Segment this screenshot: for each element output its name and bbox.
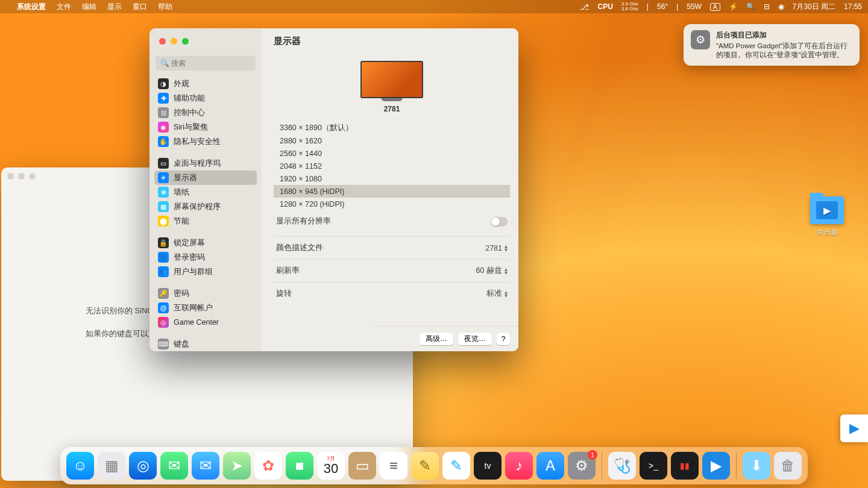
dock-appstore[interactable]: A: [536, 452, 564, 480]
cpu-freq: 3.9 Ghz 3.6 Ghz: [621, 2, 638, 11]
resolution-option[interactable]: 1920 × 1080: [274, 172, 510, 185]
advanced-button[interactable]: 高级…: [420, 333, 453, 345]
dock-separator: [602, 452, 602, 479]
resolution-list: 3360 × 1890（默认）2880 × 16202560 × 1440204…: [274, 122, 510, 210]
sidebar-item[interactable]: ▦ 屏幕保护程序: [154, 199, 257, 214]
control-center-icon[interactable]: ⊟: [764, 2, 770, 11]
rotation-select[interactable]: 标准 ▴▾: [486, 289, 508, 299]
rotation-label: 旋转: [276, 289, 292, 299]
close-icon[interactable]: [7, 173, 14, 180]
dock-calendar[interactable]: 7月30: [317, 452, 345, 480]
dock-launchpad[interactable]: ▦: [98, 452, 125, 480]
sidebar-item-icon: ◉: [158, 122, 169, 133]
close-icon[interactable]: [159, 38, 166, 45]
resolution-option[interactable]: 2880 × 1620: [274, 134, 510, 147]
dock-separator: [736, 452, 737, 479]
refresh-rate-select[interactable]: 60 赫兹 ▴▾: [476, 266, 508, 276]
resolution-option[interactable]: 1280 × 720 (HiDPI): [274, 198, 510, 210]
menubar-item[interactable]: 文件: [57, 2, 71, 12]
sidebar-item-label: 控制中心: [174, 108, 205, 118]
sidebar-item-label: 密码: [174, 289, 189, 299]
resolution-option[interactable]: 2560 × 1440: [274, 147, 510, 160]
sidebar-item[interactable]: ◉ Siri与聚焦: [154, 120, 257, 134]
sidebar-item-icon: ☀: [158, 172, 169, 183]
menubar-item[interactable]: 窗口: [133, 2, 147, 12]
sidebar-item[interactable]: 🔒 锁定屏幕: [154, 236, 257, 250]
dock-settings[interactable]: ⚙1: [568, 452, 596, 480]
menubar-time[interactable]: 17:55: [844, 2, 862, 11]
system-settings-window: 🔍 ◑ 外观 ✚ 辅助功能 ⊟ 控制中心 ◉ Siri与聚焦 ✋ 隐私与安全性 …: [149, 28, 518, 351]
dock-terminal[interactable]: >_: [640, 452, 667, 480]
minimize-icon[interactable]: [18, 173, 25, 180]
dock-finder[interactable]: ☺: [66, 452, 94, 480]
color-profile-select[interactable]: 2781 ▴▾: [485, 244, 508, 252]
sidebar-item[interactable]: @ 互联网帐户: [154, 301, 257, 315]
sidebar-item-label: 登录密码: [174, 252, 205, 263]
minimize-icon[interactable]: [171, 38, 177, 45]
sidebar-item-label: 桌面与程序坞: [174, 158, 221, 169]
sidebar-item[interactable]: ◎ Game Center: [154, 315, 257, 330]
color-profile-label: 颜色描述文件: [276, 243, 323, 253]
dock-reminders[interactable]: ≡: [380, 452, 407, 480]
dock-diagnostics[interactable]: 🩺: [608, 452, 636, 480]
night-shift-button[interactable]: 夜览…: [458, 333, 492, 345]
chevron-updown-icon: ▴▾: [505, 245, 508, 252]
sidebar-item[interactable]: ⌨ 键盘: [154, 337, 257, 351]
power-reading: 55W: [687, 2, 702, 11]
sidebar-item-label: 显示器: [174, 173, 197, 183]
sidebar-item[interactable]: ⬤ 节能: [154, 214, 257, 228]
divider: |: [647, 2, 649, 11]
dock-maps[interactable]: ➤: [223, 452, 251, 480]
dock-safari[interactable]: ◎: [129, 452, 157, 480]
sidebar-item[interactable]: 🔑 密码: [154, 286, 257, 301]
dock-freeform[interactable]: ✎: [442, 452, 470, 480]
resolution-option[interactable]: 1680 × 945 (HiDPI): [274, 185, 510, 198]
dock-contacts[interactable]: ▭: [348, 452, 376, 480]
dock-facetime[interactable]: ■: [286, 452, 313, 480]
menubar-app-name[interactable]: 系统设置: [17, 2, 46, 12]
sidebar-item[interactable]: ✚ 辅助功能: [154, 91, 257, 105]
sidebar-item-icon: ◎: [158, 317, 169, 328]
menubar-item[interactable]: 编辑: [82, 2, 96, 12]
search-input[interactable]: [156, 56, 256, 70]
spotlight-icon[interactable]: 🔍: [746, 2, 755, 11]
dock-downloads[interactable]: ⬇: [743, 452, 770, 480]
dock-photos[interactable]: ✿: [254, 452, 282, 480]
sidebar-item[interactable]: 👥 用户与群组: [154, 264, 257, 279]
menubar-extra-icon[interactable]: ⎇: [580, 2, 589, 11]
sidebar-item[interactable]: ▭ 桌面与程序坞: [154, 156, 257, 170]
help-button[interactable]: ?: [497, 333, 510, 345]
side-widget[interactable]: ▶: [840, 414, 868, 442]
dock-mail[interactable]: ✉: [192, 452, 219, 480]
sidebar-item[interactable]: ◑ 外观: [154, 77, 257, 91]
resolution-option[interactable]: 2048 × 1152: [274, 160, 510, 172]
monitor-thumbnail[interactable]: [360, 61, 423, 98]
sidebar-item[interactable]: ⊟ 控制中心: [154, 105, 257, 120]
dock-notes[interactable]: ✎: [411, 452, 439, 480]
zoom-icon[interactable]: [29, 173, 36, 180]
sidebar-item-label: Game Center: [174, 318, 219, 327]
desktop-icon-sunflower[interactable]: ▶ 向日葵: [810, 196, 844, 237]
dock-music[interactable]: ♪: [505, 452, 533, 480]
dock-activity[interactable]: ▮▮: [671, 452, 699, 480]
dock-messages[interactable]: ✉: [160, 452, 188, 480]
notification-banner[interactable]: ⚙ 后台项目已添加 "AMD Power Gadget"添加了可在后台运行的项目…: [684, 24, 860, 66]
menubar-item[interactable]: 帮助: [158, 2, 172, 12]
sidebar-item[interactable]: ☀ 显示器: [154, 170, 257, 185]
sidebar-item-label: 外观: [174, 79, 189, 89]
menubar-item[interactable]: 显示: [107, 2, 122, 12]
dock-appletv[interactable]: tv: [474, 452, 502, 480]
zoom-icon[interactable]: [182, 38, 189, 45]
dock-sunflower[interactable]: ▶: [702, 452, 730, 480]
sidebar-item[interactable]: 👤 登录密码: [154, 250, 257, 264]
battery-icon[interactable]: ⚡: [729, 2, 738, 11]
resolution-option[interactable]: 3360 × 1890（默认）: [274, 122, 510, 134]
show-all-resolutions-toggle[interactable]: [491, 217, 508, 227]
folder-glyph-icon: ▶: [816, 201, 838, 219]
sidebar-item[interactable]: ✋ 隐私与安全性: [154, 134, 257, 149]
dock-trash[interactable]: 🗑: [774, 452, 802, 480]
sidebar-item[interactable]: ❀ 墙纸: [154, 185, 257, 199]
input-source-indicator[interactable]: A: [710, 3, 720, 11]
menubar-date[interactable]: 7月30日 周二: [793, 2, 835, 12]
siri-icon[interactable]: ◉: [778, 2, 784, 11]
